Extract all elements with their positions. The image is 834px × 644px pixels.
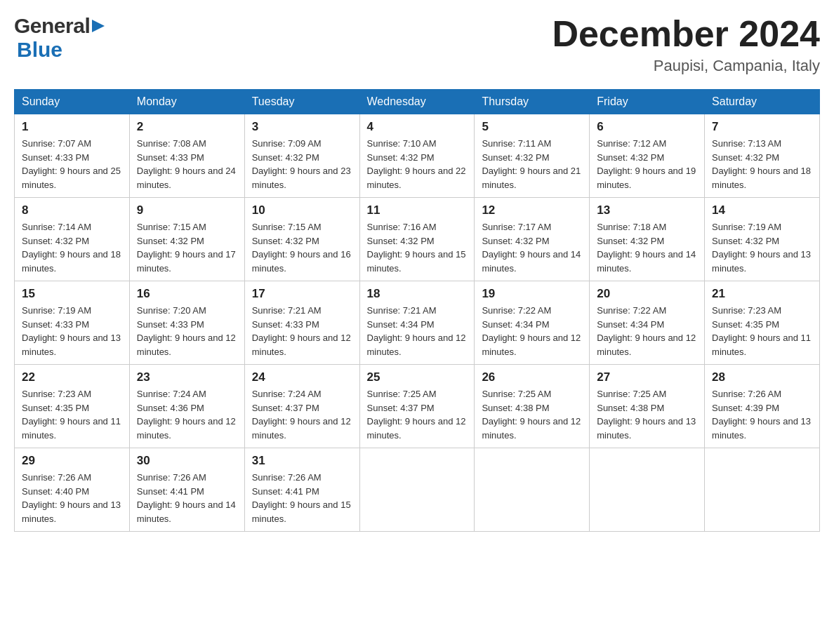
day-number: 4 [367, 120, 468, 134]
calendar-cell: 26 Sunrise: 7:25 AM Sunset: 4:38 PM Dayl… [475, 365, 590, 448]
day-info: Sunrise: 7:18 AM Sunset: 4:32 PM Dayligh… [597, 220, 697, 275]
day-number: 11 [367, 203, 468, 217]
day-info: Sunrise: 7:14 AM Sunset: 4:32 PM Dayligh… [22, 220, 122, 275]
day-info: Sunrise: 7:26 AM Sunset: 4:40 PM Dayligh… [22, 471, 122, 525]
calendar-week-3: 15 Sunrise: 7:19 AM Sunset: 4:33 PM Dayl… [15, 281, 820, 365]
day-number: 10 [252, 203, 352, 217]
calendar-week-5: 29 Sunrise: 7:26 AM Sunset: 4:40 PM Dayl… [15, 448, 820, 532]
day-info: Sunrise: 7:12 AM Sunset: 4:32 PM Dayligh… [597, 137, 697, 192]
day-number: 9 [137, 203, 237, 217]
calendar-week-1: 1 Sunrise: 7:07 AM Sunset: 4:33 PM Dayli… [15, 114, 820, 198]
day-number: 1 [22, 120, 122, 134]
calendar-week-4: 22 Sunrise: 7:23 AM Sunset: 4:35 PM Dayl… [15, 365, 820, 448]
calendar-cell: 24 Sunrise: 7:24 AM Sunset: 4:37 PM Dayl… [244, 365, 359, 448]
calendar-cell: 17 Sunrise: 7:21 AM Sunset: 4:33 PM Dayl… [244, 281, 359, 365]
day-info: Sunrise: 7:22 AM Sunset: 4:34 PM Dayligh… [597, 304, 697, 358]
day-info: Sunrise: 7:17 AM Sunset: 4:32 PM Dayligh… [482, 220, 582, 275]
calendar-cell: 6 Sunrise: 7:12 AM Sunset: 4:32 PM Dayli… [590, 114, 705, 198]
day-number: 17 [252, 287, 352, 301]
day-info: Sunrise: 7:24 AM Sunset: 4:36 PM Dayligh… [137, 387, 237, 442]
calendar-cell: 25 Sunrise: 7:25 AM Sunset: 4:37 PM Dayl… [359, 365, 475, 448]
day-number: 27 [597, 370, 697, 384]
calendar-cell: 16 Sunrise: 7:20 AM Sunset: 4:33 PM Dayl… [129, 281, 244, 365]
day-info: Sunrise: 7:07 AM Sunset: 4:33 PM Dayligh… [22, 137, 122, 192]
location-subtitle: Paupisi, Campania, Italy [552, 57, 820, 75]
day-number: 25 [367, 370, 468, 384]
logo-arrow-icon [91, 18, 106, 34]
day-number: 12 [482, 203, 582, 217]
calendar-table: SundayMondayTuesdayWednesdayThursdayFrid… [14, 89, 820, 532]
day-info: Sunrise: 7:20 AM Sunset: 4:33 PM Dayligh… [137, 304, 237, 358]
calendar-cell: 10 Sunrise: 7:15 AM Sunset: 4:32 PM Dayl… [244, 198, 359, 281]
calendar-cell: 9 Sunrise: 7:15 AM Sunset: 4:32 PM Dayli… [129, 198, 244, 281]
calendar-cell: 27 Sunrise: 7:25 AM Sunset: 4:38 PM Dayl… [590, 365, 705, 448]
logo-general-text: General [14, 14, 90, 38]
day-info: Sunrise: 7:15 AM Sunset: 4:32 PM Dayligh… [252, 220, 352, 275]
calendar-cell: 18 Sunrise: 7:21 AM Sunset: 4:34 PM Dayl… [359, 281, 475, 365]
day-info: Sunrise: 7:11 AM Sunset: 4:32 PM Dayligh… [482, 137, 582, 192]
day-header-thursday: Thursday [475, 90, 590, 114]
day-header-wednesday: Wednesday [359, 90, 475, 114]
calendar-cell: 29 Sunrise: 7:26 AM Sunset: 4:40 PM Dayl… [15, 448, 130, 532]
logo: General Blue [14, 14, 106, 62]
calendar-cell: 1 Sunrise: 7:07 AM Sunset: 4:33 PM Dayli… [15, 114, 130, 198]
day-info: Sunrise: 7:21 AM Sunset: 4:34 PM Dayligh… [367, 304, 468, 358]
day-info: Sunrise: 7:25 AM Sunset: 4:38 PM Dayligh… [482, 387, 582, 442]
calendar-cell: 8 Sunrise: 7:14 AM Sunset: 4:32 PM Dayli… [15, 198, 130, 281]
calendar-cell: 15 Sunrise: 7:19 AM Sunset: 4:33 PM Dayl… [15, 281, 130, 365]
day-info: Sunrise: 7:19 AM Sunset: 4:33 PM Dayligh… [22, 304, 122, 358]
calendar-cell: 22 Sunrise: 7:23 AM Sunset: 4:35 PM Dayl… [15, 365, 130, 448]
calendar-cell: 2 Sunrise: 7:08 AM Sunset: 4:33 PM Dayli… [129, 114, 244, 198]
day-info: Sunrise: 7:25 AM Sunset: 4:37 PM Dayligh… [367, 387, 468, 442]
day-number: 2 [137, 120, 237, 134]
header-row: SundayMondayTuesdayWednesdayThursdayFrid… [15, 90, 820, 114]
calendar-cell: 20 Sunrise: 7:22 AM Sunset: 4:34 PM Dayl… [590, 281, 705, 365]
day-number: 26 [482, 370, 582, 384]
calendar-cell [359, 448, 475, 532]
day-number: 8 [22, 203, 122, 217]
day-header-monday: Monday [129, 90, 244, 114]
day-number: 21 [712, 287, 812, 301]
calendar-cell: 5 Sunrise: 7:11 AM Sunset: 4:32 PM Dayli… [475, 114, 590, 198]
day-info: Sunrise: 7:23 AM Sunset: 4:35 PM Dayligh… [712, 304, 812, 358]
page-header: General Blue December 2024 Paupisi, Camp… [14, 14, 820, 75]
day-number: 22 [22, 370, 122, 384]
calendar-cell: 4 Sunrise: 7:10 AM Sunset: 4:32 PM Dayli… [359, 114, 475, 198]
day-number: 5 [482, 120, 582, 134]
calendar-cell: 11 Sunrise: 7:16 AM Sunset: 4:32 PM Dayl… [359, 198, 475, 281]
calendar-cell: 12 Sunrise: 7:17 AM Sunset: 4:32 PM Dayl… [475, 198, 590, 281]
calendar-week-2: 8 Sunrise: 7:14 AM Sunset: 4:32 PM Dayli… [15, 198, 820, 281]
calendar-cell: 13 Sunrise: 7:18 AM Sunset: 4:32 PM Dayl… [590, 198, 705, 281]
calendar-cell: 31 Sunrise: 7:26 AM Sunset: 4:41 PM Dayl… [244, 448, 359, 532]
svg-marker-0 [92, 20, 105, 32]
calendar-cell [475, 448, 590, 532]
calendar-header: SundayMondayTuesdayWednesdayThursdayFrid… [15, 90, 820, 114]
calendar-cell [705, 448, 820, 532]
day-number: 16 [137, 287, 237, 301]
day-info: Sunrise: 7:19 AM Sunset: 4:32 PM Dayligh… [712, 220, 812, 275]
day-number: 15 [22, 287, 122, 301]
day-number: 29 [22, 454, 122, 468]
day-info: Sunrise: 7:25 AM Sunset: 4:38 PM Dayligh… [597, 387, 697, 442]
day-number: 19 [482, 287, 582, 301]
day-info: Sunrise: 7:16 AM Sunset: 4:32 PM Dayligh… [367, 220, 468, 275]
day-number: 13 [597, 203, 697, 217]
day-number: 18 [367, 287, 468, 301]
calendar-cell: 23 Sunrise: 7:24 AM Sunset: 4:36 PM Dayl… [129, 365, 244, 448]
day-number: 31 [252, 454, 352, 468]
calendar-cell: 19 Sunrise: 7:22 AM Sunset: 4:34 PM Dayl… [475, 281, 590, 365]
calendar-cell: 30 Sunrise: 7:26 AM Sunset: 4:41 PM Dayl… [129, 448, 244, 532]
day-info: Sunrise: 7:15 AM Sunset: 4:32 PM Dayligh… [137, 220, 237, 275]
day-number: 6 [597, 120, 697, 134]
day-info: Sunrise: 7:26 AM Sunset: 4:39 PM Dayligh… [712, 387, 812, 442]
day-info: Sunrise: 7:23 AM Sunset: 4:35 PM Dayligh… [22, 387, 122, 442]
day-info: Sunrise: 7:13 AM Sunset: 4:32 PM Dayligh… [712, 137, 812, 192]
day-info: Sunrise: 7:22 AM Sunset: 4:34 PM Dayligh… [482, 304, 582, 358]
calendar-cell: 7 Sunrise: 7:13 AM Sunset: 4:32 PM Dayli… [705, 114, 820, 198]
month-title: December 2024 [552, 14, 820, 54]
calendar-body: 1 Sunrise: 7:07 AM Sunset: 4:33 PM Dayli… [15, 114, 820, 532]
day-number: 7 [712, 120, 812, 134]
day-header-sunday: Sunday [15, 90, 130, 114]
day-info: Sunrise: 7:08 AM Sunset: 4:33 PM Dayligh… [137, 137, 237, 192]
calendar-cell: 3 Sunrise: 7:09 AM Sunset: 4:32 PM Dayli… [244, 114, 359, 198]
